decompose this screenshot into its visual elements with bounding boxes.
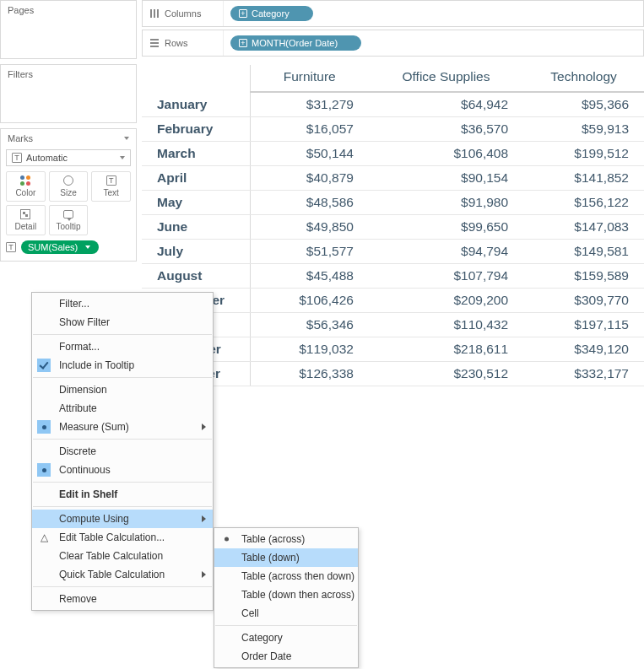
row-header[interactable]: January <box>142 92 250 117</box>
data-cell[interactable]: $119,032 <box>250 337 369 362</box>
column-header[interactable]: Office Supplies <box>369 65 523 92</box>
svg-rect-0 <box>150 9 152 18</box>
menu-item-discrete[interactable]: Discrete <box>32 442 213 461</box>
menu-item-measure-sum[interactable]: Measure (Sum) <box>32 418 213 436</box>
table-row: September$106,426$209,200$309,770 <box>142 289 644 313</box>
row-header[interactable]: February <box>142 117 250 142</box>
menu-label: Measure (Sum) <box>59 421 129 433</box>
marks-color-label: Color <box>15 188 35 197</box>
data-cell[interactable]: $349,120 <box>523 337 644 362</box>
data-cell[interactable]: $110,432 <box>369 313 523 337</box>
menu-item-dimension[interactable]: Dimension <box>32 380 213 399</box>
sum-sales-pill[interactable]: SUM(Sales) <box>21 240 99 254</box>
data-cell[interactable]: $126,338 <box>250 362 369 386</box>
data-cell[interactable]: $147,083 <box>523 215 644 240</box>
submenu-item-table-across-down[interactable]: Table (across then down) <box>214 567 358 585</box>
menu-item-edit-table-calc[interactable]: △ Edit Table Calculation... <box>32 528 213 547</box>
data-cell[interactable]: $95,366 <box>523 92 644 117</box>
data-cell[interactable]: $99,650 <box>369 215 523 240</box>
check-icon <box>37 359 51 372</box>
marks-text-button[interactable]: T Text <box>91 171 131 202</box>
main-area: Columns + Category Rows + MONTH(Order Da… <box>142 0 644 386</box>
mark-type-label: Automatic <box>26 153 68 163</box>
data-cell[interactable]: $149,581 <box>523 240 644 264</box>
column-header[interactable]: Furniture <box>250 65 369 92</box>
data-cell[interactable]: $36,570 <box>369 117 523 142</box>
bullet-icon <box>37 420 51 434</box>
table-row: February$16,057$36,570$59,913 <box>142 117 644 142</box>
data-cell[interactable]: $94,794 <box>369 240 523 264</box>
table-row: October$56,346$110,432$197,115 <box>142 313 644 337</box>
month-orderdate-pill[interactable]: + MONTH(Order Date) <box>230 35 361 51</box>
data-cell[interactable]: $50,144 <box>250 142 369 166</box>
rows-shelf[interactable]: Rows + MONTH(Order Date) <box>142 30 644 57</box>
data-cell[interactable]: $141,852 <box>523 166 644 191</box>
data-cell[interactable]: $48,586 <box>250 191 369 215</box>
menu-item-edit-shelf[interactable]: Edit in Shelf <box>32 485 213 504</box>
data-cell[interactable]: $64,942 <box>369 92 523 117</box>
data-cell[interactable]: $91,980 <box>369 191 523 215</box>
chevron-down-icon[interactable] <box>124 137 129 140</box>
menu-item-filter[interactable]: Filter... <box>32 294 213 313</box>
menu-item-quick-table-calc[interactable]: Quick Table Calculation <box>32 565 213 584</box>
separator <box>215 625 357 626</box>
data-cell[interactable]: $107,794 <box>369 264 523 289</box>
data-cell[interactable]: $45,488 <box>250 264 369 289</box>
menu-item-compute-using[interactable]: Compute Using <box>32 510 213 528</box>
menu-item-attribute[interactable]: Attribute <box>32 399 213 418</box>
submenu-item-table-down-across[interactable]: Table (down then across) <box>214 585 358 604</box>
data-cell[interactable]: $156,122 <box>523 191 644 215</box>
menu-item-show-filter[interactable]: Show Filter <box>32 313 213 332</box>
data-cell[interactable]: $209,200 <box>369 289 523 313</box>
data-cell[interactable]: $106,426 <box>250 289 369 313</box>
menu-item-remove[interactable]: Remove <box>32 590 213 608</box>
filters-shelf[interactable]: Filters <box>0 64 137 123</box>
data-cell[interactable]: $40,879 <box>250 166 369 191</box>
data-cell[interactable]: $197,115 <box>523 313 644 337</box>
chevron-right-icon <box>202 424 206 430</box>
data-cell[interactable]: $218,611 <box>369 337 523 362</box>
submenu-item-order-date[interactable]: Order Date <box>214 647 358 666</box>
column-header[interactable]: Technology <box>523 65 644 92</box>
data-cell[interactable]: $332,177 <box>523 362 644 386</box>
data-cell[interactable]: $56,346 <box>250 313 369 337</box>
detail-icon <box>20 209 30 219</box>
marks-color-button[interactable]: Color <box>6 171 46 202</box>
chevron-right-icon <box>202 571 206 578</box>
data-cell[interactable]: $49,850 <box>250 215 369 240</box>
menu-label: Include in Tooltip <box>59 359 134 371</box>
marks-detail-button[interactable]: Detail <box>6 205 46 235</box>
table-row: December$126,338$230,512$332,177 <box>142 362 644 386</box>
mark-type-dropdown[interactable]: T Automatic <box>6 149 131 166</box>
submenu-item-cell[interactable]: Cell <box>214 604 358 623</box>
row-header[interactable]: March <box>142 142 250 166</box>
submenu-item-category[interactable]: Category <box>214 629 358 647</box>
data-cell[interactable]: $16,057 <box>250 117 369 142</box>
data-cell[interactable]: $51,577 <box>250 240 369 264</box>
menu-item-format[interactable]: Format... <box>32 337 213 356</box>
data-cell[interactable]: $309,770 <box>523 289 644 313</box>
menu-item-clear-table-calc[interactable]: Clear Table Calculation <box>32 547 213 565</box>
menu-item-include-tooltip[interactable]: Include in Tooltip <box>32 356 213 375</box>
row-header[interactable]: June <box>142 215 250 240</box>
data-cell[interactable]: $159,589 <box>523 264 644 289</box>
row-header[interactable]: July <box>142 240 250 264</box>
data-cell[interactable]: $31,279 <box>250 92 369 117</box>
submenu-item-table-down[interactable]: Table (down) <box>214 548 358 567</box>
menu-item-continuous[interactable]: Continuous <box>32 461 213 479</box>
data-cell[interactable]: $106,408 <box>369 142 523 166</box>
columns-shelf[interactable]: Columns + Category <box>142 0 644 27</box>
marks-size-button[interactable]: Size <box>49 171 89 202</box>
data-cell[interactable]: $90,154 <box>369 166 523 191</box>
category-pill[interactable]: + Category <box>230 6 313 21</box>
row-header[interactable]: May <box>142 191 250 215</box>
submenu-item-table-across[interactable]: Table (across) <box>214 530 358 548</box>
pages-shelf[interactable]: Pages <box>0 0 137 59</box>
data-cell[interactable]: $230,512 <box>369 362 523 386</box>
row-header[interactable]: August <box>142 264 250 289</box>
data-cell[interactable]: $199,512 <box>523 142 644 166</box>
svg-rect-3 <box>150 39 159 40</box>
data-cell[interactable]: $59,913 <box>523 117 644 142</box>
row-header[interactable]: April <box>142 166 250 191</box>
marks-tooltip-button[interactable]: Tooltip <box>49 205 89 235</box>
